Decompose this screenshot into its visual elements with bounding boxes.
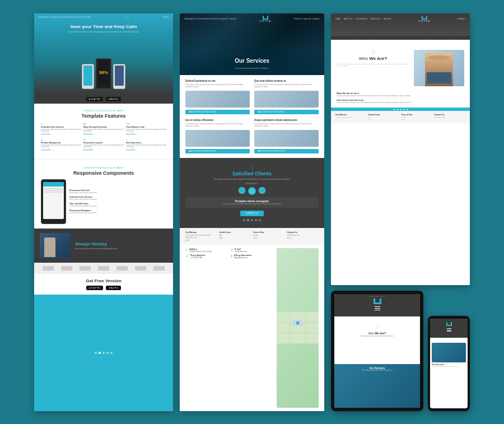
lp-dot-3[interactable] xyxy=(106,352,109,354)
cp-contact-billing: $ Billing Information billing@virtua.com xyxy=(231,254,273,259)
feature-title-1: Many Reusable Elements xyxy=(83,126,124,128)
cp-footer-col-item-1-0[interactable]: Blog xyxy=(220,234,251,236)
rp-title-prefix: Who xyxy=(359,56,368,61)
cp-dot-3[interactable] xyxy=(255,219,257,221)
lp-footer-dots xyxy=(95,352,113,354)
cp-satisfied-quote[interactable]: READ MORE > xyxy=(185,183,319,185)
cp-service-img-0 xyxy=(185,91,250,108)
lp-divider-1 xyxy=(34,159,173,160)
feature-readmore-0[interactable]: READ MORE > xyxy=(41,133,81,136)
cp-footer-col-item-1-1[interactable]: FAQ xyxy=(220,237,251,239)
rp-about-img xyxy=(414,50,464,86)
rp-footer-col-item-1[interactable]: Blog xyxy=(368,117,400,118)
rp-footer-col-item-2[interactable]: Privacy xyxy=(402,117,433,118)
rp-tablet-services-sub: Duo autem val eum iura dolor in handrent… xyxy=(337,370,417,372)
rp-tablet-title-highlight: We Are? xyxy=(375,332,386,335)
rp-tablet-hamburger[interactable] xyxy=(374,305,381,311)
cp-satisfied-clients: ♡ Satisfied Clients Duo autem val eum iu… xyxy=(180,158,324,228)
rp-phone-hamburger[interactable] xyxy=(447,328,451,332)
list-item: Doloroll partinecia eu est Lorem ipsum d… xyxy=(185,80,250,114)
feature-text-0: Lorem ipsum dolor sit amet consectetur a… xyxy=(41,129,81,133)
lp-google-play-btn[interactable]: ▶ Google Play xyxy=(86,97,102,101)
list-item: Aeque partinecio dicam adolescons Lorem … xyxy=(254,119,319,153)
cp-footer-col-item-3-1: phone xyxy=(287,237,319,239)
lp-store-btns: ▶ Google Play ⌘ App Store xyxy=(34,95,173,104)
cp-footer-col-title-0: Our Mission xyxy=(185,231,217,234)
rp-footer-col-item-3: email@virtua.com xyxy=(434,117,465,118)
rp-footer-col-item-2b[interactable]: Terms xyxy=(402,119,433,120)
lp-dot-0[interactable] xyxy=(95,352,97,354)
feature-readmore-5[interactable]: READ MORE > xyxy=(126,149,166,151)
cp-service-title-1: Quo-erat dolore arnatus ut xyxy=(254,80,319,82)
rp-nav-products[interactable]: PRODUCTS xyxy=(371,18,380,20)
rp-about-title: Who We Are? xyxy=(337,56,409,61)
rp-what-text: Lorem ipsum dolor sit amet consectetur a… xyxy=(337,95,464,97)
rp-nav-service[interactable]: OUR SERVICE xyxy=(356,18,367,20)
rp-tablet-screen: HOME ABOUT SERVICE xyxy=(334,294,420,408)
lp-play-icon: ▶ xyxy=(89,98,90,100)
lp-dot-1[interactable] xyxy=(99,352,101,354)
rp-tablet-top: HOME ABOUT SERVICE xyxy=(334,294,420,314)
feature-readmore-4[interactable]: READ MORE > xyxy=(83,149,124,151)
client-logo-5 xyxy=(135,266,146,271)
cp-nav-links: HOME ABOUT US OUR SERVICE PRODUCTS GALLE… xyxy=(184,18,237,20)
cp-service-img-2 xyxy=(185,130,250,147)
cp-service-btn-0[interactable]: IMAGE PORTFOLIO RESOLUTION xyxy=(185,110,250,114)
rp-what-section: What We Do for You? Lorem ipsum dolor si… xyxy=(331,92,470,108)
lp-nearby-img xyxy=(40,233,71,258)
cp-contact: ⊙ Address 123 Main Street, City, Country… xyxy=(180,245,324,411)
lp-free-apple-icon: ⌘ xyxy=(109,287,110,289)
cp-service-btn-3[interactable]: IMAGE PORTFOLIO RESOLUTION xyxy=(254,149,319,153)
left-panel: HOME ABOUT US OUR SERVICE PRODUCTS GALLE… xyxy=(34,13,173,411)
cp-service-btn-2[interactable]: IMAGE PORTFOLIO RESOLUTION xyxy=(185,149,250,153)
rp-phone: Our Services Duo autem val eum iura dolo… xyxy=(428,316,470,411)
lp-free-title: Get Free Version xyxy=(41,278,166,283)
lp-free-play-label: Google Play xyxy=(91,287,100,289)
cp-logo: VIRTUA xyxy=(259,16,271,22)
cp-dot-0[interactable] xyxy=(243,219,245,221)
cp-billing-text: billing@virtua.com xyxy=(234,257,251,259)
cp-address-text: 123 Main Street, City, Country xyxy=(189,250,212,253)
rp-nav-gallery[interactable]: GALLERY xyxy=(384,18,391,20)
rp-nav-about[interactable]: ABOUT US xyxy=(344,18,352,20)
list-item: Unlimited Color Variants Lorem ipsum dol… xyxy=(69,196,166,201)
feature-title-0: Unlimited Color Variants xyxy=(41,126,81,128)
feature-text-1: Lorem ipsum dolor sit amet consectetur a… xyxy=(83,129,124,133)
location-icon: ⊙ xyxy=(185,248,188,251)
lp-nearby-sub: Lorem ipsum dolor sit amet consectetur a… xyxy=(75,248,118,250)
avatar xyxy=(248,187,256,195)
cp-service-img-3 xyxy=(254,130,319,147)
lp-dot-4[interactable] xyxy=(110,352,113,354)
rp-nav-contact[interactable]: CONTACT xyxy=(458,18,465,20)
cp-dot-2[interactable] xyxy=(251,219,253,221)
lp-nav-links: HOME ABOUT US OUR SERVICE PRODUCTS GALLE… xyxy=(39,16,91,18)
cp-dot-4[interactable] xyxy=(259,219,261,221)
lp-components: LOREM IPSUM DOLOR AT AMET Responsive Com… xyxy=(34,162,173,229)
lp-free-google-btn[interactable]: ▶ Google Play xyxy=(86,286,102,290)
lp-phones: 98% xyxy=(82,58,125,89)
list-item: Ius ut melius efficiantur Lorem ipsum do… xyxy=(185,119,250,153)
cp-cta-btn[interactable]: CONTACT US xyxy=(240,211,264,216)
lp-phone-center: 98% xyxy=(96,58,111,89)
rp-footer-col-item-1b[interactable]: FAQ xyxy=(368,119,400,120)
cp-hero-sub: Tuis duotem val eum iura dolor in handre… xyxy=(180,67,324,69)
cp-dot-1[interactable] xyxy=(247,219,249,221)
lp-features-title: Template Features xyxy=(41,113,166,119)
lp-free-apple-btn[interactable]: ⌘ App Store xyxy=(106,286,121,290)
feature-icon-0: ∞ xyxy=(41,122,81,125)
rp-nav-home[interactable]: HOME xyxy=(335,18,340,20)
cp-service-btn-1[interactable]: IMAGE PORTFOLIO RESOLUTION xyxy=(254,110,319,114)
feature-readmore-3[interactable]: READ MORE > xyxy=(41,149,81,151)
rp-phone-top xyxy=(430,319,468,336)
cp-footer-col-item-2-1[interactable]: Terms xyxy=(253,237,285,239)
list-item: Responsive Navigation Lorem ipsum dolor … xyxy=(69,209,166,214)
cp-service-title-0: Doloroll partinecia eu est xyxy=(185,80,250,82)
cp-footer-col-item-2-0[interactable]: Privacy xyxy=(253,234,285,236)
rp-about-desc: Lorem ipsum dolor sit amet consectetur a… xyxy=(337,63,409,67)
feature-icon-5: + xyxy=(126,138,166,141)
feature-readmore-2[interactable]: READ MORE > xyxy=(126,133,166,136)
lp-dot-2[interactable] xyxy=(102,352,105,354)
feature-readmore-1[interactable]: READ MORE > xyxy=(83,133,124,136)
lp-app-store-btn[interactable]: ⌘ App Store xyxy=(106,97,121,101)
lp-logo xyxy=(124,16,129,20)
